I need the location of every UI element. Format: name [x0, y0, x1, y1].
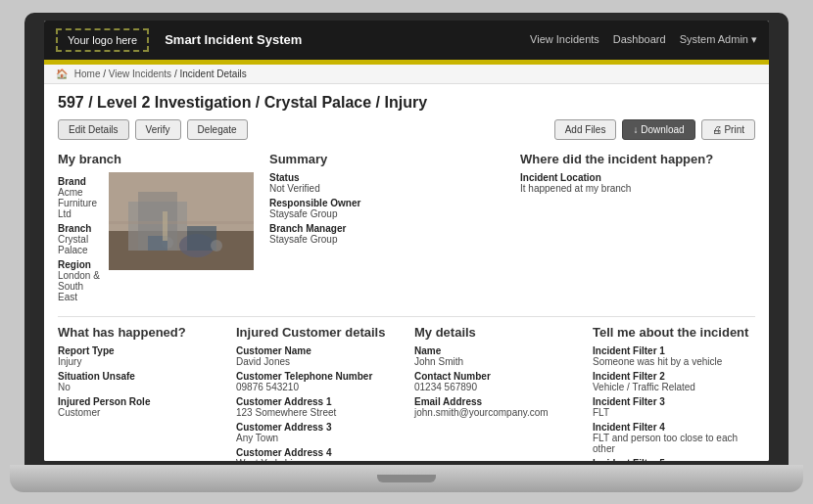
situation-value: No: [58, 382, 220, 392]
right-buttons: Add Files ↓ Download 🖨 Print: [554, 119, 755, 140]
branch-value: Crystal Palace: [58, 234, 101, 255]
main-content: 597 / Level 2 Investigation / Crystal Pa…: [44, 84, 769, 461]
tell-me-heading: Tell me about the incident: [593, 325, 755, 340]
owner-label: Responsible Owner: [269, 198, 504, 208]
breadcrumb: 🏠 Home / View Incidents / Incident Detai…: [44, 65, 769, 84]
contact-value: 01234 567890: [414, 382, 577, 392]
injured-customer-heading: Injured Customer details: [236, 325, 399, 340]
incident-photo: [109, 172, 254, 270]
top-info-grid: My branch Brand Acme Furniture Ltd Branc…: [58, 152, 755, 304]
my-branch-heading: My branch: [58, 152, 254, 166]
manager-value: Staysafe Group: [269, 234, 504, 245]
breadcrumb-view-incidents[interactable]: View Incidents: [109, 69, 171, 79]
cust-name-label: Customer Name: [236, 345, 399, 356]
cust-addr4-label: Customer Address 4: [236, 447, 399, 458]
location-label: Incident Location: [520, 172, 755, 183]
branch-content: Brand Acme Furniture Ltd Branch Crystal …: [58, 172, 254, 304]
summary-section: Summary Status Not Verified Responsible …: [269, 152, 504, 304]
contact-label: Contact Number: [414, 371, 577, 382]
cust-phone-value: 09876 543210: [236, 382, 399, 392]
my-name-label: Name: [414, 345, 577, 356]
region-label: Region: [58, 259, 101, 270]
my-details-section: My details Name John Smith Contact Numbe…: [414, 325, 577, 461]
divider: [58, 316, 755, 317]
cust-addr4-value: West Yorkshire: [236, 458, 399, 461]
filter4-label: Incident Filter 4: [593, 422, 755, 433]
screen: Your logo here Smart Incident System Vie…: [44, 21, 769, 461]
filter4-value: FLT and person too close to each other: [593, 433, 755, 454]
svg-point-7: [211, 240, 222, 252]
laptop-frame: Your logo here Smart Incident System Vie…: [24, 13, 789, 492]
where-section: Where did the incident happen? Incident …: [520, 152, 755, 304]
brand-value: Acme Furniture Ltd: [58, 187, 101, 219]
what-happened-heading: What has happened?: [58, 325, 220, 340]
location-value: It happened at my branch: [520, 183, 755, 194]
nav-system-admin[interactable]: System Admin ▾: [680, 33, 757, 46]
region-value: London & South East: [58, 270, 101, 302]
svg-rect-10: [163, 211, 167, 241]
breadcrumb-home[interactable]: Home: [74, 69, 101, 79]
filter1-value: Someone was hit by a vehicle: [593, 356, 755, 367]
print-button[interactable]: 🖨 Print: [701, 119, 755, 140]
my-branch-section: My branch Brand Acme Furniture Ltd Branc…: [58, 152, 254, 304]
branch-details: Brand Acme Furniture Ltd Branch Crystal …: [58, 172, 101, 304]
person-role-label: Injured Person Role: [58, 396, 220, 407]
owner-value: Staysafe Group: [269, 208, 504, 219]
email-label: Email Address: [414, 396, 577, 407]
cust-addr1-value: 123 Somewhere Street: [236, 407, 399, 418]
page-title: 597 / Level 2 Investigation / Crystal Pa…: [58, 94, 755, 112]
add-files-button[interactable]: Add Files: [554, 119, 617, 140]
edit-details-button[interactable]: Edit Details: [58, 119, 129, 140]
email-value: john.smith@yourcompany.com: [414, 407, 577, 418]
status-value: Not Verified: [269, 183, 504, 194]
filter2-value: Vehicle / Traffic Related: [593, 382, 755, 392]
breadcrumb-current: Incident Details: [179, 69, 246, 79]
person-role-value: Customer: [58, 407, 220, 418]
delegate-button[interactable]: Delegate: [187, 119, 248, 140]
summary-heading: Summary: [269, 152, 504, 166]
verify-button[interactable]: Verify: [135, 119, 181, 140]
filter3-label: Incident Filter 3: [593, 396, 755, 407]
logo-placeholder: Your logo here: [56, 28, 149, 52]
home-icon: 🏠: [56, 69, 68, 79]
nav-links: View Incidents Dashboard System Admin ▾: [530, 33, 757, 46]
manager-label: Branch Manager: [269, 223, 504, 234]
filter3-value: FLT: [593, 407, 755, 418]
action-buttons-row: Edit Details Verify Delegate Add Files ↓…: [58, 119, 755, 140]
what-happened-section: What has happened? Report Type Injury Si…: [58, 325, 220, 461]
filter1-label: Incident Filter 1: [593, 345, 755, 356]
report-type-label: Report Type: [58, 345, 220, 356]
system-title: Smart Incident System: [165, 32, 302, 47]
branch-label: Branch: [58, 223, 101, 234]
where-heading: Where did the incident happen?: [520, 152, 755, 166]
nav-dashboard[interactable]: Dashboard: [613, 33, 666, 46]
injured-customer-section: Injured Customer details Customer Name D…: [236, 325, 399, 461]
filter5-label: Incident Filter 5: [593, 458, 755, 461]
my-details-heading: My details: [414, 325, 577, 340]
tell-me-section: Tell me about the incident Incident Filt…: [593, 325, 755, 461]
svg-rect-9: [109, 221, 254, 224]
download-button[interactable]: ↓ Download: [622, 119, 694, 140]
cust-addr3-label: Customer Address 3: [236, 422, 399, 433]
report-type-value: Injury: [58, 356, 220, 367]
cust-name-value: David Jones: [236, 356, 399, 367]
laptop-base: [10, 465, 803, 492]
cust-addr1-label: Customer Address 1: [236, 396, 399, 407]
brand-label: Brand: [58, 176, 101, 187]
top-navigation: Your logo here Smart Incident System Vie…: [44, 21, 769, 60]
nav-view-incidents[interactable]: View Incidents: [530, 33, 599, 46]
cust-phone-label: Customer Telephone Number: [236, 371, 399, 382]
status-label: Status: [269, 172, 504, 183]
situation-label: Situation Unsafe: [58, 371, 220, 382]
laptop-notch: [377, 475, 436, 482]
cust-addr3-value: Any Town: [236, 433, 399, 443]
bottom-info-grid: What has happened? Report Type Injury Si…: [58, 325, 755, 461]
filter2-label: Incident Filter 2: [593, 371, 755, 382]
my-name-value: John Smith: [414, 356, 577, 367]
